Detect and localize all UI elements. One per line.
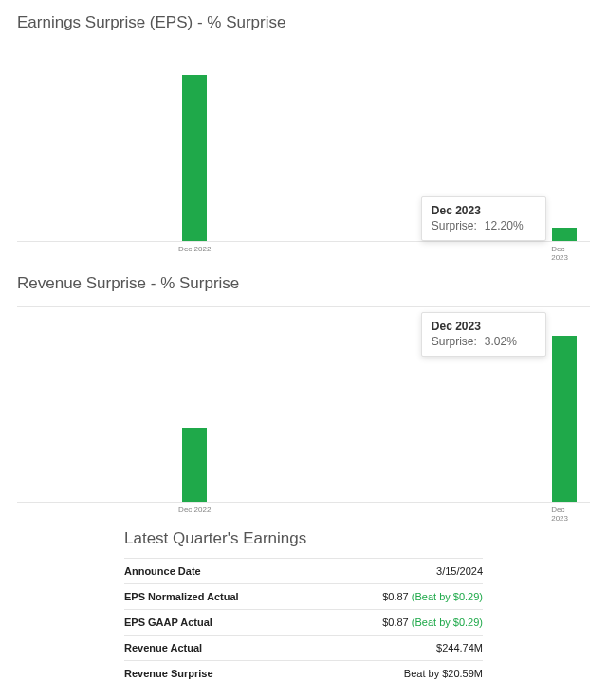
beat-text: Beat by $20.59M (404, 668, 483, 679)
x-tick-label: Dec 2023 (551, 506, 577, 523)
tooltip-value: 12.20% (485, 219, 524, 232)
tooltip-title: Dec 2023 (432, 320, 536, 333)
latest-quarter-earnings: Latest Quarter's Earnings Announce Date … (124, 529, 483, 686)
row-label: Revenue Surprise (124, 668, 213, 679)
chart-title: Revenue Surprise - % Surprise (17, 274, 590, 293)
row-label: EPS GAAP Actual (124, 617, 212, 628)
chart-bar[interactable] (182, 428, 207, 502)
table-row: EPS GAAP Actual $0.87 (Beat by $0.29) (124, 609, 483, 635)
chart-title: Earnings Surprise (EPS) - % Surprise (17, 13, 590, 32)
table-row: EPS Normalized Actual $0.87 (Beat by $0.… (124, 583, 483, 609)
x-tick-label: Dec 2022 (178, 506, 211, 514)
chart-bar[interactable] (552, 228, 577, 241)
divider (17, 46, 590, 46)
beat-text: (Beat by $0.29) (412, 617, 483, 628)
row-value: $0.87 (Beat by $0.29) (382, 617, 483, 628)
row-label: EPS Normalized Actual (124, 591, 239, 602)
eps-chart-stage: Dec 2022Dec 2023Dec 2023Surprise:12.20% (17, 75, 590, 242)
table-row: Revenue Actual $244.74M (124, 635, 483, 660)
chart-bar[interactable] (182, 75, 207, 241)
x-tick-label: Dec 2023 (551, 245, 577, 262)
tooltip-value: 3.02% (485, 335, 517, 348)
tooltip-label: Surprise: (432, 335, 477, 348)
tooltip-title: Dec 2023 (432, 204, 536, 217)
chart-tooltip: Dec 2023Surprise:3.02% (421, 312, 546, 357)
row-label: Revenue Actual (124, 642, 202, 654)
tooltip-label: Surprise: (432, 219, 477, 232)
earnings-title: Latest Quarter's Earnings (124, 529, 483, 548)
revenue-surprise-section: Revenue Surprise - % Surprise Dec 2022De… (0, 249, 607, 510)
row-value: $0.87 (Beat by $0.29) (382, 591, 483, 602)
tooltip-row: Surprise:3.02% (432, 335, 536, 348)
row-value: $244.74M (436, 642, 483, 654)
beat-text: (Beat by $0.29) (412, 591, 483, 602)
row-label: Announce Date (124, 565, 201, 577)
table-row: Revenue Surprise Beat by $20.59M (124, 660, 483, 686)
divider (17, 306, 590, 307)
tooltip-row: Surprise:12.20% (432, 219, 536, 232)
chart-tooltip: Dec 2023Surprise:12.20% (421, 196, 546, 241)
revenue-chart-stage: Dec 2022Dec 2023Dec 2023Surprise:3.02% (17, 336, 590, 503)
x-tick-label: Dec 2022 (178, 245, 211, 253)
chart-bar[interactable] (552, 336, 577, 502)
row-value: 3/15/2024 (436, 565, 483, 577)
eps-surprise-section: Earnings Surprise (EPS) - % Surprise Dec… (0, 0, 607, 249)
table-row: Announce Date 3/15/2024 (124, 558, 483, 583)
